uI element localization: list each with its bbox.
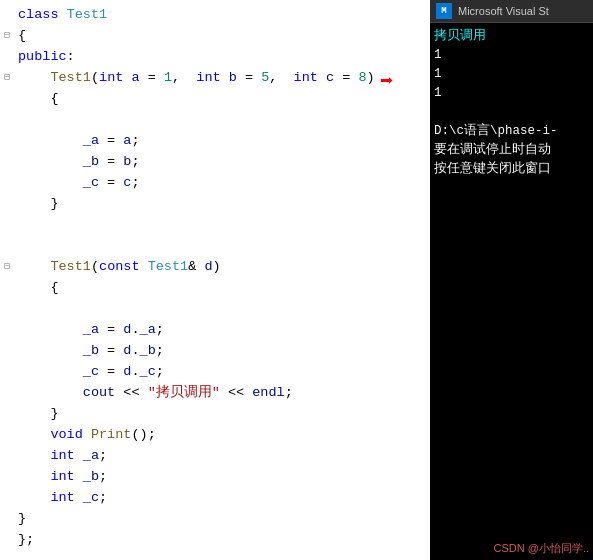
- watermark-text: CSDN @小怡同学..: [493, 541, 589, 556]
- code-text-21: void Print();: [14, 424, 430, 445]
- code-line-8: _b = b;: [0, 151, 430, 172]
- gutter-icon-13: ⊟: [0, 256, 14, 277]
- code-editor[interactable]: class Test1 ⊟ { public: ⊟ Test1(int a = …: [0, 0, 430, 560]
- terminal-title: Microsoft Visual St: [458, 5, 549, 17]
- code-text-25: }: [14, 508, 430, 529]
- code-text-26: };: [14, 529, 430, 550]
- code-line-15: [0, 298, 430, 319]
- code-text-22: int _a;: [14, 445, 430, 466]
- vs-icon: M: [436, 3, 452, 19]
- code-line-4: ⊟ Test1(int a = 1, int b = 5, int c = 8): [0, 67, 430, 88]
- terminal-line-1: 拷贝调用: [434, 27, 589, 46]
- terminal-panel: M Microsoft Visual St 拷贝调用 1 1 1 D:\c语言\…: [430, 0, 593, 560]
- code-text-9: _c = c;: [14, 172, 430, 193]
- code-line-20: }: [0, 403, 430, 424]
- terminal-line-6: D:\c语言\phase-i-: [434, 122, 589, 141]
- terminal-line-3: 1: [434, 65, 589, 84]
- terminal-line-4: 1: [434, 84, 589, 103]
- code-text-11: [14, 214, 430, 235]
- red-arrow-icon: ➡: [380, 68, 393, 95]
- terminal-header: M Microsoft Visual St: [430, 0, 593, 23]
- code-line-16: _a = d._a;: [0, 319, 430, 340]
- terminal-line-2: 1: [434, 46, 589, 65]
- code-line-2: ⊟ {: [0, 25, 430, 46]
- code-text-17: _b = d._b;: [14, 340, 430, 361]
- terminal-body: 拷贝调用 1 1 1 D:\c语言\phase-i- 要在调试停止时自动 按任意…: [430, 23, 593, 183]
- code-line-3: public:: [0, 46, 430, 67]
- code-line-14: {: [0, 277, 430, 298]
- code-line-7: _a = a;: [0, 130, 430, 151]
- terminal-line-5: [434, 103, 589, 122]
- code-line-12: [0, 235, 430, 256]
- code-line-23: int _b;: [0, 466, 430, 487]
- code-text-20: }: [14, 403, 430, 424]
- code-text-10: }: [14, 193, 430, 214]
- code-line-25: }: [0, 508, 430, 529]
- code-text-6: [14, 109, 430, 130]
- code-text-24: int _c;: [14, 487, 430, 508]
- code-text-16: _a = d._a;: [14, 319, 430, 340]
- code-text-4: Test1(int a = 1, int b = 5, int c = 8): [14, 67, 430, 88]
- code-text-18: _c = d._c;: [14, 361, 430, 382]
- code-line-22: int _a;: [0, 445, 430, 466]
- code-text-1: class Test1: [14, 4, 430, 25]
- terminal-line-7: 要在调试停止时自动: [434, 141, 589, 160]
- code-line-17: _b = d._b;: [0, 340, 430, 361]
- code-line-1: class Test1: [0, 4, 430, 25]
- code-content: class Test1 ⊟ { public: ⊟ Test1(int a = …: [0, 0, 430, 554]
- code-text-3: public:: [14, 46, 430, 67]
- code-text-12: [14, 235, 430, 256]
- terminal-line-8: 按任意键关闭此窗口: [434, 160, 589, 179]
- code-text-15: [14, 298, 430, 319]
- code-line-9: _c = c;: [0, 172, 430, 193]
- code-text-2: {: [14, 25, 430, 46]
- code-line-26: };: [0, 529, 430, 550]
- code-line-5: {: [0, 88, 430, 109]
- code-text-8: _b = b;: [14, 151, 430, 172]
- code-line-24: int _c;: [0, 487, 430, 508]
- code-line-11: [0, 214, 430, 235]
- code-line-6: [0, 109, 430, 130]
- code-line-13: ⊟ Test1(const Test1& d): [0, 256, 430, 277]
- code-line-21: void Print();: [0, 424, 430, 445]
- code-text-19: cout << "拷贝调用" << endl;: [14, 382, 430, 403]
- code-text-5: {: [14, 88, 430, 109]
- code-text-14: {: [14, 277, 430, 298]
- code-text-23: int _b;: [14, 466, 430, 487]
- gutter-icon-4: ⊟: [0, 67, 14, 88]
- code-text-13: Test1(const Test1& d): [14, 256, 430, 277]
- code-text-7: _a = a;: [14, 130, 430, 151]
- code-line-19: cout << "拷贝调用" << endl;: [0, 382, 430, 403]
- code-line-18: _c = d._c;: [0, 361, 430, 382]
- code-line-10: }: [0, 193, 430, 214]
- gutter-icon-2: ⊟: [0, 25, 14, 46]
